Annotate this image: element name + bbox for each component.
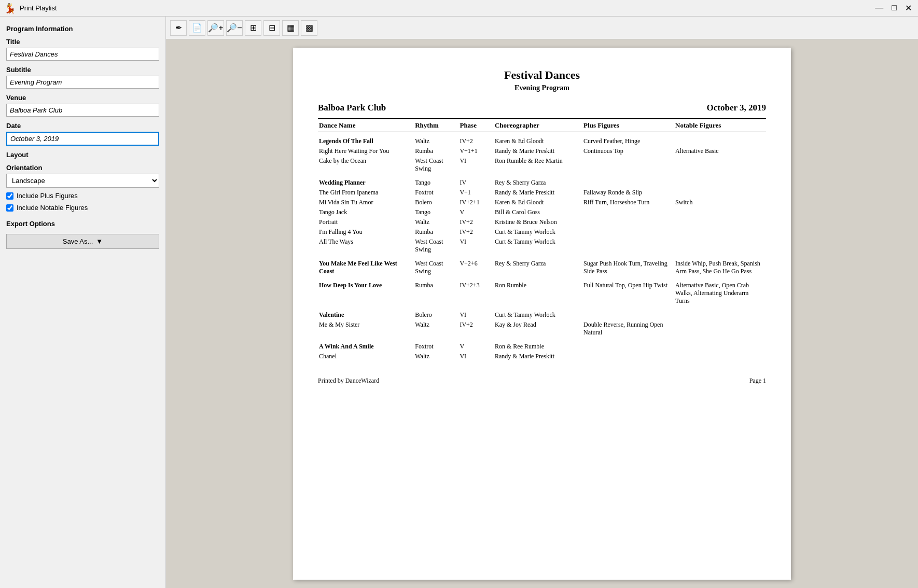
dance-choreo-cell: Randy & Marie Preskitt	[494, 352, 582, 361]
dance-table: Dance Name Rhythm Phase Choreographer Pl…	[318, 118, 766, 361]
dance-plus-cell	[582, 174, 674, 188]
dance-notable-cell	[674, 237, 766, 255]
doc-venue: Balboa Park Club	[318, 103, 386, 113]
orientation-label: Orientation	[6, 164, 159, 172]
table-row: Mi Vida Sin Tu AmorBoleroIV+2+1Karen & E…	[318, 198, 766, 207]
dance-choreo-cell: Curt & Tammy Worlock	[494, 237, 582, 255]
dance-name-cell: Valentine	[318, 306, 414, 320]
dance-rhythm-cell: Bolero	[414, 198, 458, 207]
dance-plus-cell: Fallaway Ronde & Slip	[582, 188, 674, 198]
fit-page-button[interactable]: ⊞	[245, 20, 261, 36]
venue-label: Venue	[6, 94, 159, 102]
venue-input[interactable]	[6, 104, 159, 117]
col-header-phase: Phase	[458, 119, 494, 132]
dance-notable-cell	[674, 174, 766, 188]
preview-toolbar: ✒ 📄 🔎+ 🔎− ⊞ ⊟ ▦ ▩	[166, 17, 918, 39]
dance-phase-cell: VI	[458, 156, 494, 174]
dance-name-cell: The Girl From Ipanema	[318, 188, 414, 198]
dance-plus-cell	[582, 338, 674, 352]
table-row: Me & My SisterWaltzIV+2Kay & Joy ReadDou…	[318, 320, 766, 338]
dance-plus-cell	[582, 156, 674, 174]
dance-phase-cell: IV+2+1	[458, 198, 494, 207]
date-input[interactable]	[6, 132, 159, 146]
dance-rhythm-cell: West Coast Swing	[414, 255, 458, 276]
window-controls: — □ ✕	[873, 3, 914, 13]
dance-phase-cell: IV+2	[458, 227, 494, 237]
preview-area[interactable]: Festival Dances Evening Program Balboa P…	[166, 39, 918, 588]
save-as-button[interactable]: Save As... ▼	[6, 234, 159, 249]
plus-figures-checkbox[interactable]	[6, 192, 13, 200]
table-row: PortraitWaltzIV+2Kristine & Bruce Nelson	[318, 217, 766, 227]
dance-plus-cell	[582, 207, 674, 217]
dance-phase-cell: V+1+1	[458, 146, 494, 156]
dance-phase-cell: IV+2	[458, 132, 494, 147]
subtitle-input[interactable]	[6, 76, 159, 89]
zoom-in-button[interactable]: 🔎+	[207, 20, 224, 36]
dance-choreo-cell: Karen & Ed Gloodt	[494, 198, 582, 207]
fit-width-button[interactable]: ⊟	[263, 20, 280, 36]
dance-rhythm-cell: West Coast Swing	[414, 237, 458, 255]
table-row: Wedding PlannerTangoIVRey & Sherry Garza	[318, 174, 766, 188]
window-title: Print Playlist	[20, 4, 57, 12]
title-input[interactable]	[6, 48, 159, 61]
dance-rhythm-cell: Tango	[414, 207, 458, 217]
notable-figures-label: Include Notable Figures	[17, 204, 88, 212]
dance-plus-cell	[582, 306, 674, 320]
doc-date: October 3, 2019	[707, 103, 766, 113]
dance-name-cell: Chanel	[318, 352, 414, 361]
close-button[interactable]: ✕	[903, 3, 914, 13]
dance-rhythm-cell: West Coast Swing	[414, 156, 458, 174]
dance-name-cell: I'm Falling 4 You	[318, 227, 414, 237]
dance-phase-cell: V	[458, 338, 494, 352]
view-1col-button[interactable]: ▦	[282, 20, 299, 36]
save-as-label: Save As...	[63, 237, 93, 245]
dance-name-cell: Cake by the Ocean	[318, 156, 414, 174]
dance-notable-cell: Alternative Basic	[674, 146, 766, 156]
dance-plus-cell	[582, 237, 674, 255]
doc-footer: Printed by DanceWizard Page 1	[318, 377, 766, 385]
dance-rhythm-cell: Waltz	[414, 320, 458, 338]
dance-phase-cell: IV+2+3	[458, 276, 494, 306]
footer-right: Page 1	[749, 377, 766, 385]
orientation-select[interactable]: Landscape Portrait	[6, 174, 159, 188]
dance-plus-cell: Curved Feather, Hinge	[582, 132, 674, 147]
col-header-rhythm: Rhythm	[414, 119, 458, 132]
dance-name-cell: Tango Jack	[318, 207, 414, 217]
dance-choreo-cell: Ron Rumble & Ree Martin	[494, 156, 582, 174]
minimize-button[interactable]: —	[873, 3, 885, 13]
table-row: All The WaysWest Coast SwingVICurt & Tam…	[318, 237, 766, 255]
dance-rhythm-cell: Waltz	[414, 352, 458, 361]
pen-tool-button[interactable]: ✒	[170, 20, 187, 36]
table-row: Right Here Waiting For YouRumbaV+1+1Rand…	[318, 146, 766, 156]
page-button[interactable]: 📄	[189, 20, 205, 36]
table-row: Tango JackTangoVBill & Carol Goss	[318, 207, 766, 217]
dance-plus-cell: Sugar Push Hook Turn, Traveling Side Pas…	[582, 255, 674, 276]
dance-notable-cell: Alternative Basic, Open Crab Walks, Alte…	[674, 276, 766, 306]
footer-left: Printed by DanceWizard	[318, 377, 379, 385]
col-header-notable: Notable Figures	[674, 119, 766, 132]
dance-choreo-cell: Kristine & Bruce Nelson	[494, 217, 582, 227]
dance-choreo-cell: Rey & Sherry Garza	[494, 174, 582, 188]
doc-subtitle: Evening Program	[318, 84, 766, 92]
main-layout: Program Information Title Subtitle Venue…	[0, 17, 918, 588]
dance-notable-cell: Switch	[674, 198, 766, 207]
dance-choreo-cell: Randy & Marie Preskitt	[494, 146, 582, 156]
table-row: Legends Of The FallWaltzIV+2Karen & Ed G…	[318, 132, 766, 147]
title-label: Title	[6, 38, 159, 46]
dance-name-cell: Legends Of The Fall	[318, 132, 414, 147]
dance-plus-cell: Full Natural Top, Open Hip Twist	[582, 276, 674, 306]
dance-phase-cell: V+1	[458, 188, 494, 198]
dance-rhythm-cell: Foxtrot	[414, 338, 458, 352]
program-info-header: Program Information	[6, 25, 159, 33]
zoom-out-button[interactable]: 🔎−	[226, 20, 243, 36]
dance-rhythm-cell: Tango	[414, 174, 458, 188]
dance-phase-cell: VI	[458, 237, 494, 255]
notable-figures-checkbox[interactable]	[6, 204, 13, 212]
date-label: Date	[6, 122, 159, 130]
table-row: You Make Me Feel Like West CoastWest Coa…	[318, 255, 766, 276]
col-header-dance: Dance Name	[318, 119, 414, 132]
dance-name-cell: All The Ways	[318, 237, 414, 255]
maximize-button[interactable]: □	[889, 3, 899, 13]
view-2col-button[interactable]: ▩	[301, 20, 317, 36]
dance-phase-cell: VI	[458, 352, 494, 361]
